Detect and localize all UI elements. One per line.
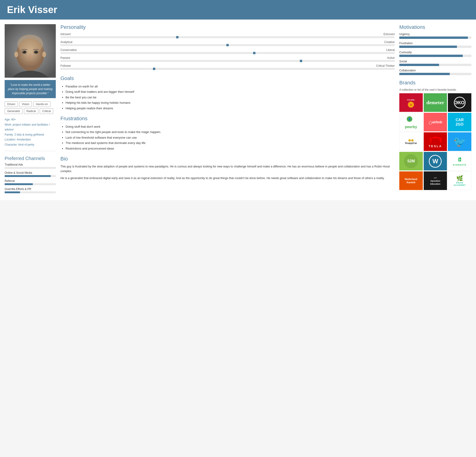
bio-title: Bio [60, 156, 395, 162]
trait-bar-marker [300, 60, 302, 62]
svg-text:👤: 👤 [408, 118, 411, 121]
brands-section: Brands A collection or list of the user'… [399, 80, 471, 190]
trait-left: Analytical [60, 41, 72, 44]
brands-subtitle: A collection or list of the user's favor… [399, 88, 471, 91]
personality-title: Personality [60, 24, 395, 30]
brand-operation: oeOperationEducation [424, 171, 447, 190]
middle-column: Personality Introvert Extrovert Analytic… [60, 24, 395, 196]
profile-photo [5, 24, 56, 78]
bio-section: Bio This guy is frustrated by the slow a… [60, 156, 395, 181]
channel-item: Traditional Ads [5, 163, 56, 169]
brand-demeter: demeter [424, 93, 447, 112]
trait-left: Conservative [60, 48, 77, 52]
brand-airbnb: ⌂airbnb [424, 113, 447, 131]
brand-colonel: COLONEL★ [399, 93, 423, 112]
trait-bar-marker [226, 44, 229, 46]
left-column: "Love to make the world a better place b… [5, 24, 56, 196]
brand-s2m: S2M [399, 152, 423, 171]
goal-item: Doing stuff that matters and are bigger … [66, 89, 395, 95]
trait-right: Liberal [386, 48, 395, 52]
trait-bar-track [60, 60, 395, 62]
trait-left: Introvert [60, 33, 71, 36]
brand-wordpress: W [424, 152, 447, 171]
brands-grid: COLONEL★demeterЭКО👤peerby⌂airbnbCAR2GO😊😊… [399, 93, 471, 190]
channel-bar-track [5, 175, 56, 177]
motivation-label: Frustration [399, 42, 471, 45]
page-title: Erik Visser [7, 4, 469, 15]
brand-khan: 🌿KHANACADEMY [448, 171, 471, 190]
bio-info: Age: 40+Work: project initiator and faci… [5, 117, 56, 147]
brand-tesla: TTESLA [424, 132, 447, 151]
bio-info-line: Character: kind of perky [5, 142, 56, 147]
brand-snappcar: 😊😊SnappCar [399, 132, 423, 151]
motivation-bar-track [399, 46, 471, 48]
preferred-channels-title: Preferred Channels [5, 156, 56, 161]
channel-bar-fill [5, 183, 33, 185]
brand-eko: ЭКО [448, 93, 471, 112]
trait-labels: Introvert Extrovert [60, 33, 395, 36]
quote-text: "Love to make the world a better place b… [8, 83, 52, 95]
goal-item: Helping people realize their dreams [66, 106, 395, 111]
svg-point-12 [24, 52, 24, 52]
brand-evernote: EVERNOTE [448, 152, 471, 171]
svg-point-16 [22, 65, 38, 69]
trait-labels: Passive Active [60, 56, 395, 60]
motivation-item: Frustration [399, 42, 471, 48]
channel-item: Referral [5, 179, 56, 185]
trait-labels: Conservative Liberal [60, 48, 395, 52]
goals-list: Paradise on earth for allDoing stuff tha… [60, 84, 395, 111]
svg-point-15 [42, 52, 46, 57]
channel-item: Guerrilla Efforts & PR [5, 188, 56, 193]
preferred-channels-section: Preferred Channels Traditional Ads Onlin… [5, 156, 56, 193]
channel-label: Online & Social Media [5, 171, 56, 174]
channel-label: Referral [5, 179, 56, 182]
brands-title: Brands [399, 80, 471, 86]
trait-right: Critical Thinker [376, 64, 395, 68]
motivations-title: Motivations [399, 24, 471, 30]
frustration-item: Restrictions and preconceived ideas [66, 146, 395, 151]
quote-box: "Love to make the world a better place b… [5, 80, 56, 98]
bio-paragraph: This guy is frustrated by the slow adopt… [60, 164, 395, 173]
trait-bar-marker [153, 68, 155, 70]
svg-point-5 [17, 35, 43, 53]
trait-bar-track [60, 36, 395, 38]
trait-left: Follower [60, 64, 71, 68]
channel-item: Online & Social Media [5, 171, 56, 177]
traits-container: Introvert Extrovert Analytical Creative … [60, 33, 395, 70]
brand-peerby: 👤peerby [399, 113, 423, 131]
bio-info-line: Age: 40+ [5, 117, 56, 122]
trait-right: Active [387, 56, 395, 60]
frustrations-list: Doing stuff that don't workNot connectin… [60, 124, 395, 151]
trait-bar-track [60, 52, 395, 54]
frustration-item: Doing stuff that don't work [66, 124, 395, 129]
trait-bar-track [60, 44, 395, 46]
motivation-item: Collaboration [399, 69, 471, 75]
svg-point-13 [35, 52, 36, 52]
trait-bar-track [60, 68, 395, 70]
goals-title: Goals [60, 75, 395, 81]
motivation-bar-fill [399, 36, 468, 39]
trait-left: Passive [60, 56, 70, 60]
motivation-label: Collaboration [399, 69, 471, 72]
brand-car2go: CAR2GO [448, 113, 471, 131]
goal-item: Helping his kids be happy loving holisti… [66, 100, 395, 105]
motivation-label: Curiousity [399, 51, 471, 54]
tag: Driven [5, 101, 18, 107]
trait-right: Extrovert [383, 33, 395, 36]
motivation-bar-fill [399, 73, 450, 75]
tag: Hands-on [33, 101, 51, 107]
svg-point-14 [14, 52, 18, 57]
goal-item: Paradise on earth for all [66, 84, 395, 89]
right-column: Motivations Urgency Frustration Curiousi… [399, 24, 471, 196]
trait-row: Introvert Extrovert [60, 33, 395, 38]
header: Erik Visser [0, 0, 476, 19]
personality-section: Personality Introvert Extrovert Analytic… [60, 24, 395, 70]
svg-text:COLONEL: COLONEL [407, 99, 415, 101]
trait-row: Conservative Liberal [60, 48, 395, 54]
motivation-bar-fill [399, 46, 457, 48]
trait-bar-marker [253, 52, 255, 54]
motivation-item: Social [399, 60, 471, 66]
main-container: "Love to make the world a better place b… [0, 19, 476, 200]
motivations-section: Motivations Urgency Frustration Curiousi… [399, 24, 471, 75]
tag: Generalist [5, 108, 23, 114]
